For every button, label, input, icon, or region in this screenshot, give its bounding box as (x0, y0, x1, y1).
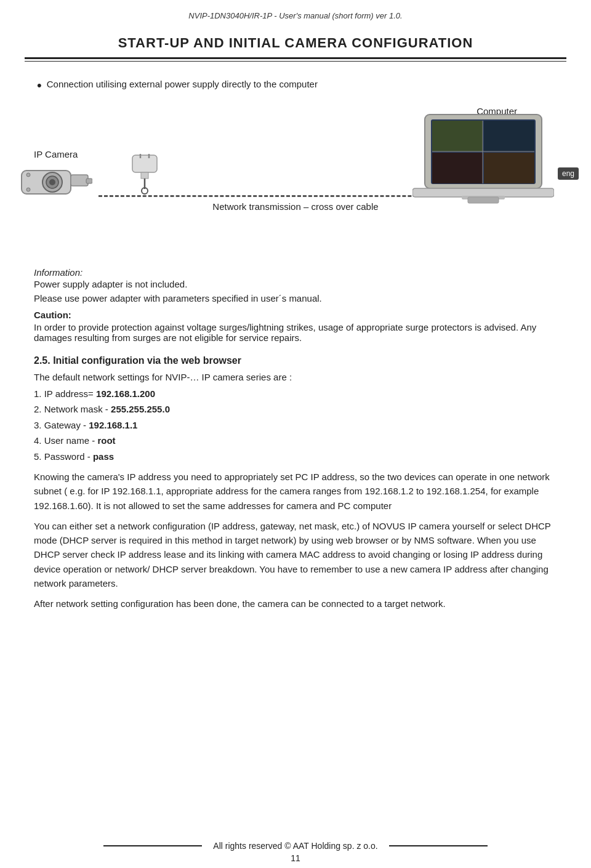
item5-label: Password - (44, 451, 90, 462)
diagram-area: Computer IP Camera Network transmission … (0, 100, 591, 260)
list-item-1: 1. IP address= 192.168.1.200 (34, 387, 557, 401)
adapter-icon (120, 152, 169, 201)
list-item-4: 4. User name - root (34, 434, 557, 448)
section-title: 2.5. Initial configuration via the web b… (34, 355, 557, 366)
caution-text1: In order to provide protection against v… (34, 322, 557, 343)
item2-value: 255.255.255.0 (111, 404, 170, 414)
bullet-text: Connection utilising external power supp… (47, 79, 318, 89)
para3: After network setting configuration has … (34, 597, 557, 611)
svg-rect-18 (432, 153, 483, 183)
footer-text: All rights reserved © AAT Holding sp. z … (213, 841, 377, 851)
item1-num: 1. (34, 388, 42, 399)
svg-rect-17 (484, 121, 534, 151)
svg-rect-4 (71, 175, 88, 186)
svg-point-7 (26, 188, 30, 191)
footer-line-right (389, 845, 488, 846)
camera-icon (18, 161, 92, 201)
svg-rect-5 (86, 179, 92, 183)
item5-value: pass (93, 451, 114, 462)
svg-rect-9 (141, 172, 148, 179)
svg-rect-16 (432, 121, 483, 151)
laptop-icon (412, 113, 554, 209)
item4-label: User name - (44, 435, 95, 446)
bullet-item: • Connection utilising external power su… (0, 73, 591, 94)
item3-value: 192.168.1.1 (89, 420, 137, 430)
item2-num: 2. (34, 404, 42, 414)
title-divider-top (25, 57, 566, 59)
network-settings-list: 1. IP address= 192.168.1.200 2. Network … (34, 387, 557, 464)
info-line1: Power supply adapter is not included. (34, 279, 557, 289)
item3-num: 3. (34, 420, 42, 430)
footer-line-left (103, 845, 202, 846)
svg-point-6 (26, 173, 30, 177)
list-item-3: 3. Gateway - 192.168.1.1 (34, 419, 557, 433)
page-number: 11 (0, 853, 591, 863)
section-intro: The default network settings for NVIP-… … (34, 370, 557, 384)
section-number: 2.5. (34, 355, 50, 366)
item1-value: 192.168.1.200 (96, 388, 155, 399)
svg-rect-24 (468, 197, 499, 203)
content-area: Information: Power supply adapter is not… (0, 267, 591, 611)
eng-badge: eng (558, 167, 579, 180)
page-header: NVIP-1DN3040H/IR-1P - User's manual (sho… (0, 0, 591, 24)
list-item-5: 5. Password - pass (34, 450, 557, 464)
ipcamera-label: IP Camera (34, 149, 78, 159)
para1: Knowing the camera's IP address you need… (34, 470, 557, 513)
info-label: Information: (34, 267, 557, 278)
item3-label: Gateway - (44, 420, 86, 430)
svg-point-3 (49, 179, 55, 185)
item2-label: Network mask - (44, 404, 108, 414)
page-footer: All rights reserved © AAT Holding sp. z … (0, 841, 591, 851)
svg-rect-22 (412, 188, 554, 197)
main-title: START-UP AND INITIAL CAMERA CONFIGURATIO… (0, 24, 591, 57)
bullet-dot: • (37, 78, 42, 94)
caution-label: Caution: (34, 310, 557, 320)
svg-rect-19 (484, 153, 534, 183)
item5-num: 5. (34, 451, 42, 462)
item1-label: IP address= (44, 388, 94, 399)
item4-num: 4. (34, 435, 42, 446)
para2: You can either set a network configurati… (34, 519, 557, 590)
svg-rect-8 (132, 155, 157, 172)
info-line2: Please use power adapter with parameters… (34, 293, 557, 303)
caution-text1-span: In order to provide protection against v… (34, 322, 518, 332)
title-divider-bottom (25, 61, 566, 62)
item4-value: root (97, 435, 115, 446)
list-item-2: 2. Network mask - 255.255.255.0 (34, 403, 557, 417)
